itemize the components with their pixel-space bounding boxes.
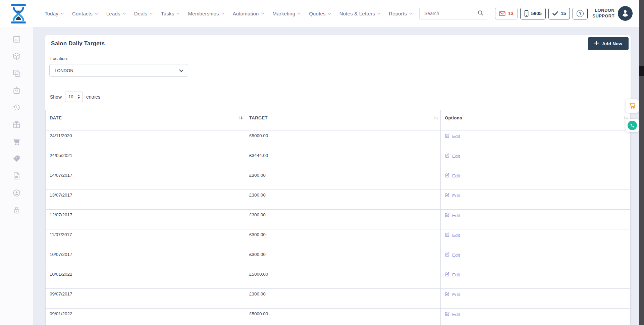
calendar-icon[interactable]: 12 (12, 35, 21, 43)
edit-label: Edit (452, 193, 460, 198)
sidebar: 12$ (0, 27, 33, 325)
options-cell: Edit (441, 309, 631, 325)
edit-icon (445, 133, 450, 139)
table-row: 14/07/2017 £300.00 Edit (46, 170, 631, 190)
edit-label: Edit (452, 292, 460, 297)
edit-button[interactable]: Edit (445, 272, 460, 278)
table-row: 12/07/2017 £300.00 Edit (46, 210, 631, 229)
help-badge[interactable]: ? (573, 8, 588, 19)
chevron-down-icon (176, 11, 180, 14)
table-row: 10/07/2017 £300.00 Edit (46, 249, 631, 269)
search-input[interactable] (420, 8, 474, 19)
page-length-select[interactable]: 10 (65, 92, 83, 102)
avatar[interactable] (618, 6, 633, 21)
badge-group: 13 5905 15 ? (492, 8, 588, 19)
edit-button[interactable]: Edit (445, 311, 460, 317)
mobile-icon (524, 10, 529, 17)
date-cell: 24/05/2021 (46, 150, 245, 170)
nav-item-notes-letters[interactable]: Notes & Letters (339, 11, 380, 16)
package-icon[interactable] (12, 52, 21, 60)
basket-icon[interactable] (12, 86, 21, 95)
nav-item-automation[interactable]: Automation (233, 11, 264, 16)
nav-item-today[interactable]: Today (45, 11, 63, 16)
location-label: Location: (50, 56, 627, 61)
target-cell: £300.00 (245, 190, 441, 210)
account-icon[interactable] (12, 189, 21, 197)
nav-item-memberships[interactable]: Memberships (188, 11, 224, 16)
price-tag-icon[interactable]: $ (12, 155, 21, 163)
edit-label: Edit (452, 272, 460, 277)
options-cell: Edit (441, 150, 631, 170)
edit-button[interactable]: Edit (445, 133, 460, 139)
card-header: Salon Daily Targets Add New (45, 35, 631, 52)
cart-widget-button[interactable] (626, 99, 639, 113)
cart-icon[interactable] (12, 138, 21, 146)
table-row: 10/01/2022 £5000.00 Edit (46, 269, 631, 289)
edit-icon (445, 212, 450, 218)
nav-item-deals[interactable]: Deals (134, 11, 152, 16)
report-icon[interactable] (12, 172, 21, 180)
edit-button[interactable]: Edit (445, 232, 460, 238)
calls-badge[interactable]: 5905 (520, 8, 546, 19)
nav-item-label: Marketing (273, 11, 296, 16)
nav-item-tasks[interactable]: Tasks (161, 11, 179, 16)
edit-label: Edit (452, 213, 460, 218)
edit-button[interactable]: Edit (445, 153, 460, 159)
phone-widget-button[interactable] (626, 119, 639, 132)
user-name-line2: SUPPORT (592, 13, 614, 19)
nav-item-quotes[interactable]: Quotes (309, 11, 331, 16)
search-button[interactable] (474, 8, 487, 19)
location-select[interactable]: LONDON (49, 64, 188, 77)
target-cell: £300.00 (245, 249, 441, 269)
date-cell: 12/07/2017 (46, 210, 245, 229)
history-icon[interactable] (12, 103, 21, 112)
page-scrollbar[interactable] (639, 0, 644, 325)
options-cell: Edit (441, 249, 631, 269)
copy-icon[interactable] (12, 69, 21, 77)
topbar: Today Contacts Leads Deals Tasks Members… (0, 0, 644, 27)
user-name[interactable]: LONDON SUPPORT (592, 8, 614, 19)
edit-icon (445, 311, 450, 317)
badge-count: 15 (561, 11, 566, 16)
edit-icon (445, 232, 450, 238)
target-cell: £300.00 (245, 170, 441, 190)
nav-item-marketing[interactable]: Marketing (273, 11, 301, 16)
date-cell: 09/07/2017 (46, 289, 245, 309)
nav-item-leads[interactable]: Leads (106, 11, 125, 16)
nav-item-reports[interactable]: Reports (389, 11, 412, 16)
column-header-target[interactable]: TARGET ↑↓ (245, 110, 441, 130)
badge-count: 13 (508, 11, 514, 16)
add-new-button[interactable]: Add New (588, 37, 629, 50)
options-cell: Edit (441, 289, 631, 309)
column-header-label: Options (445, 115, 462, 120)
nav-item-contacts[interactable]: Contacts (72, 11, 98, 16)
messages-badge[interactable]: 13 (495, 8, 518, 19)
edit-button[interactable]: Edit (445, 193, 460, 199)
edit-button[interactable]: Edit (445, 212, 460, 218)
nav-item-label: Today (45, 11, 58, 16)
edit-button[interactable]: Edit (445, 252, 460, 258)
edit-icon (445, 272, 450, 278)
nav-item-label: Deals (134, 11, 147, 16)
column-header-date[interactable]: DATE ↑↓ (46, 110, 245, 130)
app-logo-hourglass-icon[interactable] (10, 4, 27, 23)
gift-icon[interactable] (12, 120, 21, 129)
target-cell: £300.00 (245, 229, 441, 249)
chevron-down-icon (61, 11, 64, 14)
nav-item-label: Memberships (188, 11, 219, 16)
column-header-options[interactable]: Options ↑↓ (441, 110, 631, 130)
cart-icon (629, 102, 636, 111)
edit-label: Edit (452, 253, 460, 258)
options-cell: Edit (441, 269, 631, 289)
edit-button[interactable]: Edit (445, 173, 460, 179)
edit-button[interactable]: Edit (445, 291, 460, 297)
options-cell: Edit (441, 130, 631, 150)
lock-icon[interactable] (12, 206, 21, 214)
target-cell: £5000.00 (245, 130, 441, 150)
edit-icon (445, 291, 450, 297)
column-header-label: TARGET (249, 115, 268, 120)
tasks-badge[interactable]: 15 (548, 8, 570, 19)
options-cell: Edit (441, 229, 631, 249)
nav-item-label: Contacts (72, 11, 93, 16)
date-cell: 11/07/2017 (46, 229, 245, 249)
